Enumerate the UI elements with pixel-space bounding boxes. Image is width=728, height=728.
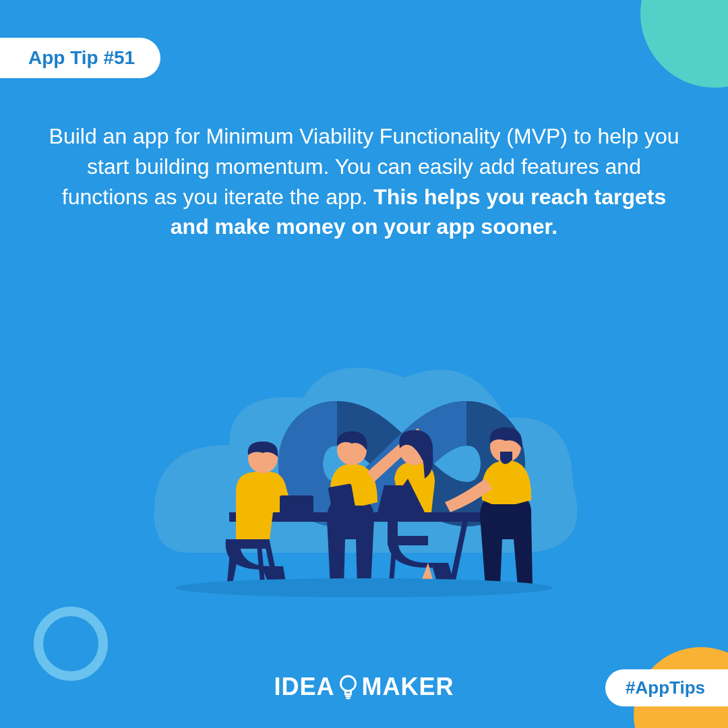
svg-rect-8 xyxy=(280,495,313,516)
tip-body-text: Build an app for Minimum Viability Funct… xyxy=(47,121,681,242)
lightbulb-icon xyxy=(339,674,358,700)
laptop-icon xyxy=(377,485,418,512)
svg-point-15 xyxy=(341,676,356,691)
logo-text-right: MAKER xyxy=(362,673,454,701)
logo-text-left: IDEA xyxy=(274,673,334,701)
decorative-circle-top-right xyxy=(640,0,728,88)
brand-logo: IDEA MAKER xyxy=(274,673,454,701)
hashtag-badge: #AppTips xyxy=(605,669,728,706)
svg-rect-12 xyxy=(388,536,428,545)
team-illustration xyxy=(128,270,600,607)
tip-number-badge: App Tip #51 xyxy=(0,38,160,78)
ground-shadow xyxy=(175,578,553,597)
decorative-ring-bottom-left xyxy=(34,607,108,681)
